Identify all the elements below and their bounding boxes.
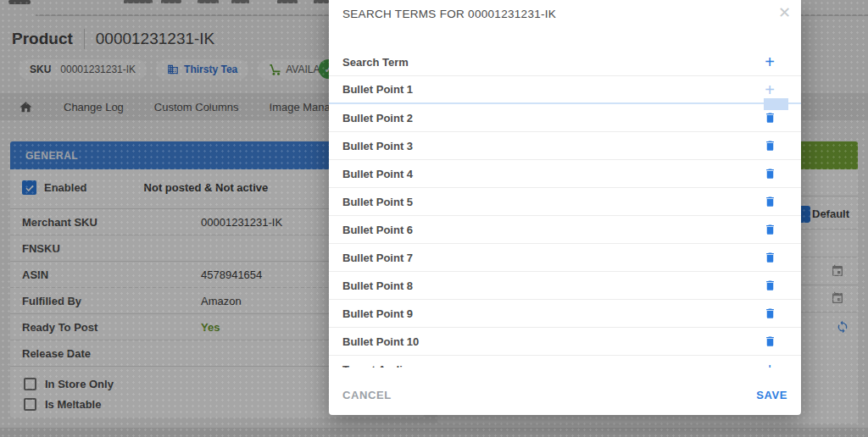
modal-row-bullet-point-6: Bullet Point 6 — [329, 216, 801, 244]
modal-row-bullet-point-1: Bullet Point 1+ — [329, 76, 801, 104]
row-label: Bullet Point 4 — [342, 168, 759, 180]
modal-row-bullet-point-10: Bullet Point 10 — [329, 328, 801, 356]
row-label: Bullet Point 5 — [342, 196, 759, 208]
modal-row-bullet-point-7: Bullet Point 7 — [329, 244, 801, 272]
row-label: Bullet Point 3 — [342, 140, 759, 152]
add-icon: + — [765, 362, 775, 368]
modal-row-target-audience: Target Audience+ — [329, 356, 801, 368]
modal-row-bullet-point-5: Bullet Point 5 — [329, 188, 801, 216]
add-button[interactable]: + — [759, 82, 781, 97]
trash-icon — [764, 307, 776, 320]
row-label: Bullet Point 2 — [342, 112, 759, 124]
modal-footer: CANCEL SAVE — [342, 383, 787, 407]
trash-icon — [764, 251, 776, 264]
trash-icon — [764, 223, 776, 236]
row-label: Bullet Point 9 — [342, 307, 759, 320]
trash-icon — [764, 167, 776, 180]
trash-icon — [764, 335, 776, 348]
delete-button[interactable] — [759, 307, 781, 320]
search-terms-modal: SEARCH TERMS FOR 00001231231-IK ✕ Search… — [329, 0, 801, 415]
add-icon: + — [765, 82, 775, 97]
delete-button[interactable] — [759, 223, 781, 236]
delete-button[interactable] — [759, 251, 781, 264]
cancel-button[interactable]: CANCEL — [342, 389, 392, 401]
delete-button[interactable] — [759, 279, 781, 292]
save-button[interactable]: SAVE — [756, 389, 787, 401]
row-label: Bullet Point 1 — [342, 83, 759, 96]
delete-button[interactable] — [759, 139, 781, 152]
trash-icon — [764, 111, 776, 124]
row-label: Bullet Point 10 — [342, 335, 759, 348]
modal-row-bullet-point-9: Bullet Point 9 — [329, 300, 801, 328]
modal-row-bullet-point-3: Bullet Point 3 — [329, 132, 801, 160]
row-label: Search Term — [342, 56, 759, 69]
add-icon: + — [765, 54, 775, 69]
modal-row-bullet-point-8: Bullet Point 8 — [329, 272, 801, 300]
delete-button[interactable] — [759, 111, 781, 124]
close-icon[interactable]: ✕ — [778, 3, 791, 22]
page-root: Product 00001231231-IK SKU 00001231231-I… — [0, 0, 868, 437]
search-terms-list: Search Term+Bullet Point 1+Bullet Point … — [329, 48, 801, 368]
row-label: Bullet Point 7 — [342, 252, 759, 264]
modal-row-bullet-point-4: Bullet Point 4 — [329, 160, 801, 188]
modal-row-bullet-point-2: Bullet Point 2 — [329, 104, 801, 132]
delete-button[interactable] — [759, 335, 781, 348]
modal-row-search-term: Search Term+ — [329, 48, 801, 76]
add-button[interactable]: + — [759, 362, 781, 368]
add-button[interactable]: + — [759, 54, 781, 69]
delete-button[interactable] — [759, 195, 781, 208]
row-label: Target Audience — [342, 363, 759, 368]
scrollbar-thumb[interactable] — [764, 98, 788, 110]
delete-button[interactable] — [759, 167, 781, 180]
row-label: Bullet Point 8 — [342, 279, 759, 292]
modal-title: SEARCH TERMS FOR 00001231231-IK — [342, 8, 556, 20]
row-label: Bullet Point 6 — [342, 224, 759, 236]
trash-icon — [764, 195, 776, 208]
trash-icon — [764, 139, 776, 152]
trash-icon — [764, 279, 776, 292]
